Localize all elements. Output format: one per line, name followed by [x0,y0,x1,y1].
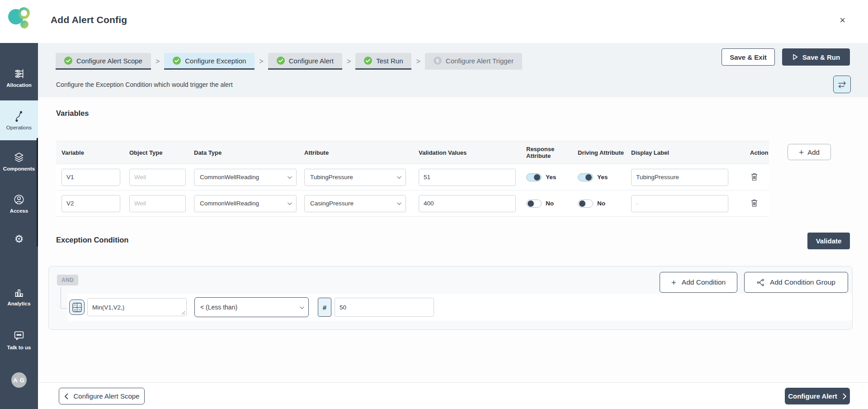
step-label: Test Run [376,57,403,65]
value-type-button[interactable]: # [318,298,331,317]
step-tab-configure-exception[interactable]: Configure Exception [164,53,255,70]
expression-field-wrapper [87,298,187,316]
connector-line [61,308,68,309]
user-circle-icon [13,194,25,205]
save-and-run-label: Save & Run [802,53,840,61]
sidebar-item-settings[interactable]: ⚙ [0,234,38,244]
step-description: Configure the Exception Condition which … [56,81,233,88]
driving-attribute-toggle[interactable] [578,173,593,181]
condition-group-panel: AND + Add Condition Add Condition Group [48,266,853,330]
swap-view-button[interactable] [833,76,851,93]
step-tab-configure-alert[interactable]: Configure Alert [268,53,342,70]
operator-select[interactable]: < (Less than) [194,297,309,317]
sidebar-item-components[interactable]: Components [0,152,38,171]
column-header-action: Action [745,149,769,156]
sidebar-item-talk-to-us[interactable]: Talk to us [0,329,38,350]
step-label: Configure Alert Scope [76,57,142,65]
response-attribute-toggle[interactable] [526,173,542,181]
variables-heading: Variables [56,109,89,118]
object-type-input[interactable] [129,195,186,212]
close-icon[interactable]: × [838,14,847,27]
display-label-input[interactable] [631,195,728,212]
step-tab-configure-alert-trigger[interactable]: 5 Configure Alert Trigger [425,53,522,70]
toggle-knob [534,174,540,181]
sidebar-item-allocation[interactable]: Allocation [0,68,38,88]
wizard-footer: Configure Alert Scope Configure Alert [38,382,868,409]
sidebar-item-access[interactable]: Access [0,194,38,214]
delete-row-button[interactable] [750,172,759,182]
attribute-value: CasingPressure [310,200,354,207]
layers-icon [13,152,25,163]
display-label-input[interactable] [631,169,728,186]
step-tab-test-run[interactable]: Test Run [355,53,411,70]
operations-route-icon [14,110,24,122]
sidebar-item-label: Allocation [6,82,32,88]
page-title: Add Alert Config [51,14,127,25]
plus-icon: + [671,278,676,287]
attribute-select[interactable]: TubingPressure [304,169,406,186]
user-avatar[interactable]: A G [11,372,27,388]
sidebar-scrollbar[interactable] [37,138,38,247]
gear-icon: ⚙ [14,234,24,244]
add-condition-group-button[interactable]: Add Condition Group [744,272,848,293]
variable-name-input[interactable] [61,195,120,212]
exception-condition-heading: Exception Condition [56,236,128,244]
variables-table: Variable Object Type Data Type Attribute… [56,141,769,217]
object-type-input[interactable] [129,169,186,186]
toggle-state-label: Yes [546,174,556,181]
driving-attribute-toggle[interactable] [578,200,593,208]
step-tab-configure-alert-scope[interactable]: Configure Alert Scope [56,53,151,70]
step-label: Configure Alert [289,57,334,65]
next-step-button[interactable]: Configure Alert [785,388,850,404]
chevron-right-icon: > [156,57,160,66]
chevron-down-icon [300,304,304,309]
response-attribute-toggle[interactable] [526,200,542,208]
save-and-exit-button[interactable]: Save & Exit [722,48,775,66]
check-circle-icon [277,57,285,65]
save-and-run-button[interactable]: Save & Run [782,48,850,66]
chevron-left-icon [64,393,68,399]
sidebar-item-analytics[interactable]: Analytics [0,286,38,306]
column-header-validation-values: Validation Values [413,149,521,156]
table-header-row: Variable Object Type Data Type Attribute… [56,141,769,164]
validation-values-input[interactable] [419,195,516,212]
expression-builder-button[interactable]: + - x = [69,300,85,315]
chevron-down-icon [288,200,292,205]
sidebar-item-operations[interactable]: Operations [0,100,38,140]
delete-row-button[interactable] [750,198,759,208]
data-type-value: CommonWellReading [200,200,259,207]
group-operator-chip[interactable]: AND [57,275,78,285]
data-type-select[interactable]: CommonWellReading [194,195,297,212]
data-type-select[interactable]: CommonWellReading [194,169,297,186]
check-circle-icon [364,57,372,65]
add-condition-button[interactable]: + Add Condition [660,272,737,293]
attribute-value: TubingPressure [310,174,353,181]
svg-text:x: x [74,308,75,311]
add-variable-label: Add [807,148,820,156]
bar-chart-icon [13,286,25,298]
chevron-down-icon [288,174,292,179]
table-row: CommonWellReading TubingPressure Yes [56,164,769,190]
add-condition-group-label: Add Condition Group [770,278,835,286]
resize-handle-icon[interactable] [181,311,185,315]
validation-values-input[interactable] [419,169,516,186]
wizard-stepper: Configure Alert Scope > Configure Except… [56,53,522,70]
add-condition-label: Add Condition [682,278,726,286]
step-label: Configure Alert Trigger [446,57,514,65]
condition-value-input[interactable] [335,298,434,317]
expression-input[interactable] [87,298,187,316]
add-variable-button[interactable]: + Add [788,144,831,160]
condition-row: + - x = < (Less than) [67,294,852,321]
sidebar-item-label: Components [3,166,35,171]
column-header-object-type: Object Type [124,149,189,156]
data-type-value: CommonWellReading [200,174,259,181]
plus-icon: + [799,148,804,157]
chevron-right-icon [843,393,847,399]
back-step-button[interactable]: Configure Alert Scope [59,388,145,404]
attribute-select[interactable]: CasingPressure [304,195,406,212]
table-row: CommonWellReading CasingPressure No [56,190,769,217]
step-label: Configure Exception [185,57,246,65]
validate-button[interactable]: Validate [807,233,850,249]
variable-name-input[interactable] [61,169,120,186]
chevron-right-icon: > [259,57,263,66]
